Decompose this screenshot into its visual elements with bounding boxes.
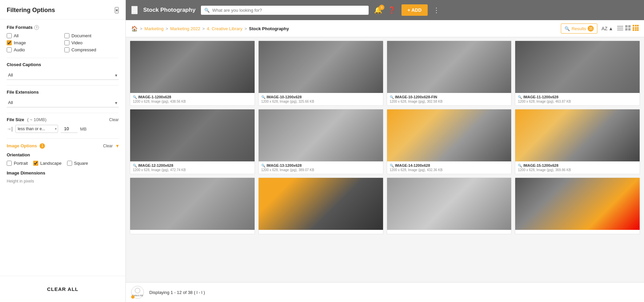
file-formats-help-icon[interactable]: ? [34, 25, 39, 30]
checkbox-document-input[interactable] [64, 33, 69, 38]
svg-rect-9 [637, 25, 639, 27]
close-button[interactable]: × [115, 7, 119, 13]
more-options-button[interactable]: ⋮ [433, 6, 440, 14]
results-count: 35 [588, 26, 594, 32]
file-size-label: File Size ( ~ 10MB) [7, 117, 46, 122]
image-meta: 1200 x 628, Image (jpg), 325.66 KB [261, 100, 380, 103]
help-button[interactable]: ❓ [388, 6, 396, 14]
app-title: Stock Photography [143, 7, 196, 13]
image-name: IMAGE-12-1200x628 [138, 163, 173, 167]
checkbox-audio-input[interactable] [7, 47, 12, 52]
checkbox-video-input[interactable] [64, 40, 69, 45]
search-icon: 🔍 [518, 164, 522, 167]
displaying-text: Displaying 1 - 12 of 38 ( l - l ) [149, 290, 205, 295]
add-button[interactable]: + ADD [401, 4, 428, 16]
file-size-operator-select[interactable]: less than or e... greater than or e... e… [15, 125, 58, 133]
view-toggle [617, 25, 639, 33]
image-thumbnail [259, 109, 383, 161]
checkbox-portrait[interactable]: Portrait [7, 161, 28, 166]
checkbox-all[interactable]: All [7, 33, 61, 38]
image-thumbnail [259, 178, 383, 230]
image-info: 🔍IMAGE-12-1200x6281200 x 628, Image (jpg… [130, 161, 255, 174]
image-card[interactable]: 🔍IMAGE-14-1200x6281200 x 628, Image (jpg… [387, 109, 512, 174]
checkbox-all-input[interactable] [7, 33, 12, 38]
sort-az-button[interactable]: AZ ▲ [601, 26, 613, 31]
breadcrumb-right: 🔍 Results 35 AZ ▲ [561, 23, 639, 34]
image-card[interactable] [130, 178, 255, 234]
checkbox-landscape[interactable]: Landscape [33, 161, 62, 166]
search-input[interactable] [212, 8, 365, 13]
closed-captions-section: Closed Captions [7, 62, 119, 67]
image-dimensions-section: Image Dimensions [7, 170, 119, 175]
image-name: IMAGE-15-1200x628 [523, 163, 558, 167]
image-info: 🔍IMAGE-10-1200x628-FIN1200 x 628, Image … [387, 93, 512, 105]
svg-rect-6 [628, 28, 631, 31]
file-extensions-select[interactable]: All jpg png gif svg [7, 98, 119, 107]
image-card[interactable] [515, 178, 640, 234]
orientation-controls: Portrait Landscape Square [7, 161, 119, 166]
circle-icon [135, 288, 140, 293]
clear-all-button[interactable]: CLEAR ALL [7, 282, 119, 297]
file-size-clear-link[interactable]: Clear [109, 117, 119, 122]
view-list-button[interactable] [617, 25, 623, 33]
image-card[interactable]: 🔍IMAGE-10-1200x6281200 x 628, Image (jpg… [258, 41, 383, 106]
arrow-right-icon: →| [7, 126, 13, 132]
sidebar-header: Filtering Options × [0, 0, 125, 19]
checkbox-image[interactable]: Image [7, 40, 61, 45]
image-options-clear-link[interactable]: Clear [103, 144, 113, 148]
image-card[interactable]: 🔍IMAGE-11-1200x6281200 x 628, Image (jpg… [515, 41, 640, 106]
select-all-wrapper: Select All [131, 286, 144, 299]
image-card[interactable]: 🔍IMAGE-10-1200x628-FIN1200 x 628, Image … [387, 41, 512, 106]
svg-rect-12 [637, 27, 639, 29]
image-thumbnail [130, 109, 255, 161]
breadcrumb-marketing[interactable]: Marketing [145, 26, 164, 31]
checkbox-landscape-input[interactable] [33, 161, 38, 166]
breadcrumb-current: Stock Photography [249, 26, 289, 31]
grid-footer: Select All Displaying 1 - 12 of 38 ( l -… [126, 282, 644, 302]
image-name: IMAGE-10-1200x628 [267, 95, 302, 99]
image-card[interactable]: 🔍IMAGE-15-1200x6281200 x 628, Image (jpg… [515, 109, 640, 174]
checkbox-audio[interactable]: Audio [7, 47, 61, 52]
breadcrumb-creative-library[interactable]: 4. Creative Library [207, 26, 242, 31]
image-name: IMAGE-10-1200x628-FIN [395, 95, 437, 99]
chevron-down-icon[interactable]: ▾ [116, 143, 119, 149]
checkbox-compressed-input[interactable] [64, 47, 69, 52]
image-card[interactable]: 🔍IMAGE-1-1200x6281200 x 628, Image (jpg)… [130, 41, 255, 106]
image-name: IMAGE-1-1200x628 [138, 95, 171, 99]
results-button[interactable]: 🔍 Results 35 [561, 23, 597, 34]
view-grid-small-button[interactable] [625, 25, 631, 33]
view-grid-large-button[interactable] [633, 25, 639, 33]
closed-captions-dropdown-wrapper: All Yes No ▾ [7, 70, 119, 80]
sidebar-body: File Formats ? All Document Image Video … [0, 19, 125, 276]
image-meta: 1200 x 628, Image (jpg), 302.58 KB [390, 100, 509, 103]
checkbox-video[interactable]: Video [64, 40, 119, 45]
checkbox-document[interactable]: Document [64, 33, 119, 38]
image-name: IMAGE-13-1200x628 [267, 163, 302, 167]
closed-captions-select[interactable]: All Yes No [7, 70, 119, 80]
svg-rect-15 [637, 29, 639, 31]
checkbox-square[interactable]: Square [67, 161, 88, 166]
svg-rect-13 [633, 29, 634, 31]
image-card[interactable] [258, 178, 383, 234]
image-card[interactable] [387, 178, 512, 234]
checkbox-portrait-input[interactable] [7, 161, 12, 166]
hamburger-icon[interactable]: ☰ [131, 6, 138, 14]
image-info [387, 230, 512, 234]
image-card[interactable]: 🔍IMAGE-12-1200x6281200 x 628, Image (jpg… [130, 109, 255, 174]
search-icon: 🔍 [390, 164, 394, 167]
checkbox-image-input[interactable] [7, 40, 12, 45]
breadcrumb-marketing-2022[interactable]: Marketing 2022 [170, 26, 200, 31]
image-card[interactable]: 🔍IMAGE-13-1200x6281200 x 628, Image (jpg… [258, 109, 383, 174]
home-icon[interactable]: 🏠 [131, 26, 138, 32]
image-options-header: Image Options 1 Clear ▾ [7, 143, 119, 149]
notification-button[interactable]: 🔔 3 [374, 6, 382, 14]
svg-rect-5 [625, 28, 628, 31]
sort-up-icon: ▲ [608, 26, 613, 31]
checkbox-compressed[interactable]: Compressed [64, 47, 119, 52]
image-thumbnail [387, 41, 512, 93]
file-size-operator-wrapper: less than or e... greater than or e... e… [15, 125, 58, 133]
file-size-input[interactable] [61, 125, 77, 133]
checkbox-square-input[interactable] [67, 161, 72, 166]
image-options-badge: 1 [40, 143, 45, 149]
orientation-section: Orientation [7, 152, 119, 157]
